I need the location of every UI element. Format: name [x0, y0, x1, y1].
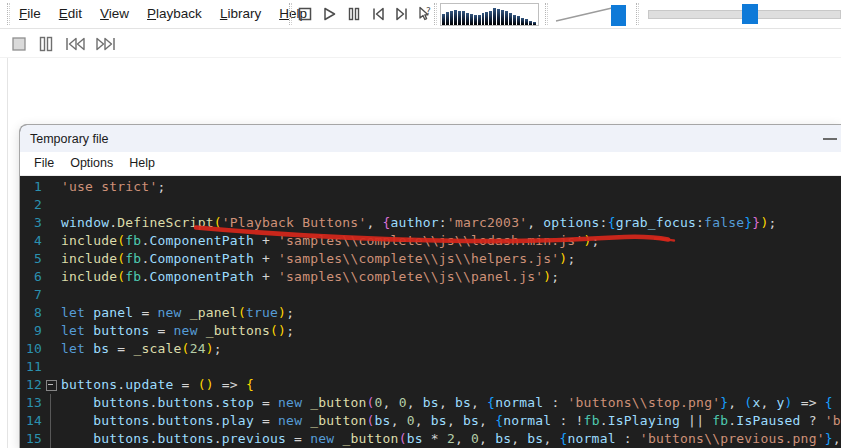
spectrum-bar: [474, 15, 477, 25]
code-text: let panel = new _panel(true);: [61, 304, 294, 322]
spectrum-bar: [450, 11, 453, 25]
menu-item-library[interactable]: Library: [211, 0, 270, 28]
pause-button[interactable]: [345, 5, 363, 23]
menu-item-file[interactable]: File: [10, 0, 50, 28]
code-text: buttons.buttons.stop = new _button(0, 0,…: [61, 394, 841, 412]
code-line: 4include(fb.ComponentPath + 'samples\\co…: [20, 232, 841, 250]
code-text: include(fb.ComponentPath + 'samples\\com…: [61, 232, 600, 250]
skip-next-icon: [93, 34, 121, 54]
spectrum-bar: [529, 21, 532, 25]
stop-button[interactable]: [296, 5, 314, 23]
editor-menu-item-file[interactable]: File: [26, 152, 62, 175]
spectrum-bar: [513, 15, 516, 25]
previous-button-2[interactable]: [63, 34, 91, 54]
stop-icon: [9, 34, 29, 54]
code-line: 11: [20, 358, 841, 376]
play-button[interactable]: [320, 5, 338, 23]
line-number: 9: [20, 322, 42, 340]
play-icon: [320, 5, 338, 23]
skip-previous-icon: [63, 34, 91, 54]
next-button-2[interactable]: [93, 34, 121, 54]
menu-item-view[interactable]: View: [91, 0, 138, 28]
spectrum-bar: [489, 11, 492, 25]
toolbar-gripper[interactable]: [545, 3, 548, 25]
spectrum-bar: [470, 14, 473, 25]
seekbar-handle[interactable]: [742, 4, 758, 24]
pause-icon: [345, 5, 363, 23]
code-line: 13 buttons.buttons.stop = new _button(0,…: [20, 394, 841, 412]
previous-button[interactable]: [369, 5, 387, 23]
fold-margin: [45, 358, 57, 376]
fold-margin: [45, 196, 57, 214]
line-number: 8: [20, 304, 42, 322]
next-icon: [393, 5, 411, 23]
window-title: Temporary file: [30, 132, 109, 146]
line-number: 13: [20, 394, 42, 412]
menu-item-playback[interactable]: Playback: [138, 0, 211, 28]
code-text: buttons.buttons.previous = new _button(b…: [61, 430, 841, 448]
spectrum-bar: [525, 19, 528, 25]
line-number: 6: [20, 268, 42, 286]
random-button[interactable]: ?: [415, 5, 433, 23]
line-number: 5: [20, 250, 42, 268]
main-toolbar: FileEditViewPlaybackLibraryHelp ?: [0, 0, 841, 29]
code-text: let buttons = new _buttons();: [61, 322, 294, 340]
spectrum-bar: [462, 11, 465, 25]
spectrum-bar: [493, 8, 496, 25]
spectrum-visualization[interactable]: [440, 3, 539, 26]
fold-marker[interactable]: [45, 376, 57, 394]
code-line: 6include(fb.ComponentPath + 'samples\\co…: [20, 268, 841, 286]
pause-icon: [36, 34, 56, 54]
volume-slider-handle[interactable]: [611, 5, 626, 26]
pause-button-2[interactable]: [36, 34, 56, 54]
svg-text:?: ?: [426, 6, 431, 16]
code-text: include(fb.ComponentPath + 'samples\\com…: [61, 250, 575, 268]
fold-margin: [45, 340, 57, 358]
spectrum-bar: [478, 15, 481, 25]
fold-margin: [45, 412, 57, 430]
spectrum-bar: [446, 12, 449, 25]
main-menu-bar: FileEditViewPlaybackLibraryHelp: [10, 0, 316, 28]
spectrum-bar: [501, 10, 504, 25]
code-line: 9let buttons = new _buttons();: [20, 322, 841, 340]
fold-margin: [45, 232, 57, 250]
code-line: 10let bs = _scale(24);: [20, 340, 841, 358]
next-button[interactable]: [393, 5, 411, 23]
code-line: 14 buttons.buttons.play = new _button(bs…: [20, 412, 841, 430]
code-line: 5include(fb.ComponentPath + 'samples\\co…: [20, 250, 841, 268]
line-number: 7: [20, 286, 42, 304]
code-text: buttons.buttons.play = new _button(bs, 0…: [61, 412, 841, 430]
fold-margin: [45, 430, 57, 448]
toolbar-gripper[interactable]: [434, 3, 437, 25]
line-number: 15: [20, 430, 42, 448]
code-line: 3window.DefineScript('Playback Buttons',…: [20, 214, 841, 232]
code-editor[interactable]: 1'use strict';23window.DefineScript('Pla…: [20, 176, 841, 448]
spectrum-bar: [533, 22, 536, 25]
fold-margin: [45, 322, 57, 340]
window-title-bar: Temporary file: [20, 125, 841, 152]
spectrum-bar: [517, 16, 520, 25]
minimize-button[interactable]: [823, 138, 837, 140]
fold-margin: [45, 394, 57, 412]
line-number: 4: [20, 232, 42, 250]
fold-margin: [45, 214, 57, 232]
stop-button-2[interactable]: [9, 34, 29, 54]
volume-slider[interactable]: [552, 3, 630, 27]
toolbar-gripper[interactable]: [289, 3, 292, 25]
spectrum-bar: [454, 10, 457, 25]
fold-margin: [45, 178, 57, 196]
line-number: 2: [20, 196, 42, 214]
toolbar-gripper[interactable]: [636, 3, 639, 25]
code-text: include(fb.ComponentPath + 'samples\\com…: [61, 268, 559, 286]
editor-menu-item-options[interactable]: Options: [62, 152, 121, 175]
line-number: 12: [20, 376, 42, 394]
spectrum-bar: [509, 13, 512, 25]
script-editor-window: Temporary file FileOptionsHelp 1'use str…: [19, 124, 841, 448]
code-text: buttons.update = () => {: [61, 376, 254, 394]
spectrum-bar: [466, 13, 469, 25]
editor-menu-item-help[interactable]: Help: [121, 152, 163, 175]
menu-item-edit[interactable]: Edit: [50, 0, 91, 28]
fold-margin: [45, 250, 57, 268]
code-text: 'use strict';: [61, 178, 166, 196]
line-number: 11: [20, 358, 42, 376]
